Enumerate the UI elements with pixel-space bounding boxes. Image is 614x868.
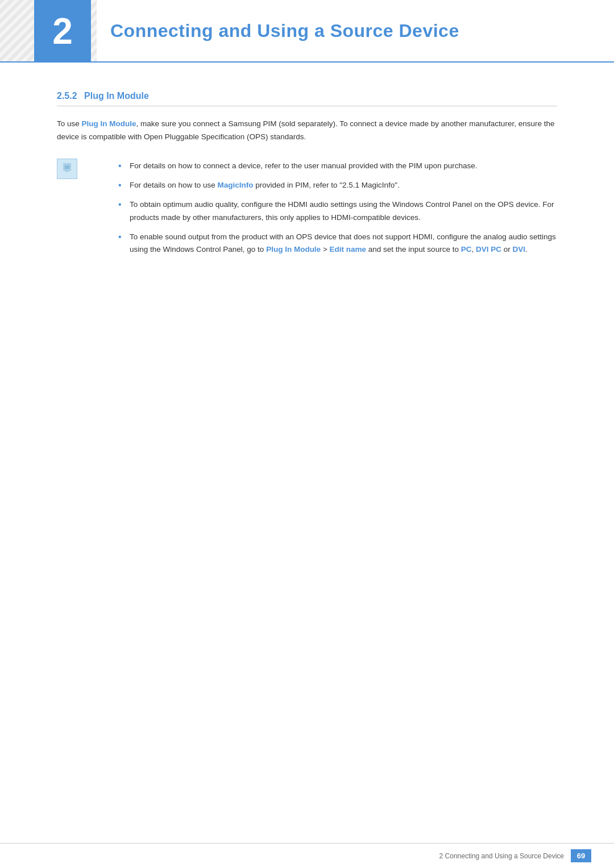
intro-text-before: To use (57, 119, 82, 128)
bullet-4-bold-5: DVI (512, 245, 525, 254)
bullet-4-period: . (525, 245, 528, 254)
intro-bold-term: Plug In Module (82, 119, 136, 128)
bullet-4-text-middle: and set the input source to (366, 245, 461, 254)
bullet-4-bold-4: DVI PC (476, 245, 501, 254)
chapter-number: 2 (52, 13, 73, 49)
chapter-badge: 2 (34, 0, 91, 63)
bullet-4-or: or (501, 245, 513, 254)
page-title: Connecting and Using a Source Device (110, 20, 459, 41)
bullet-4-bold-1: Plug In Module (266, 245, 321, 254)
footer-text: 2 Connecting and Using a Source Device (439, 852, 564, 860)
section-title: Plug In Module (84, 91, 149, 101)
bullet-2-text-after: provided in PIM, refer to "2.5.1 MagicIn… (254, 181, 400, 189)
pencil-icon (62, 163, 72, 175)
list-item: For details on how to connect a device, … (118, 160, 557, 172)
list-item: To obtain optimum audio quality, configu… (118, 198, 557, 224)
page-footer: 2 Connecting and Using a Source Device 6… (0, 843, 614, 868)
pencil-line-1 (65, 166, 69, 167)
bullet-4-bold-2: Edit name (330, 245, 367, 254)
bullet-2-bold: MagicInfo (218, 181, 254, 189)
page-header: 2 Connecting and Using a Source Device (0, 0, 614, 63)
pencil-line-2 (65, 168, 69, 168)
bullet-list: For details on how to connect a device, … (84, 160, 557, 263)
note-container: For details on how to connect a device, … (57, 157, 557, 263)
intro-paragraph: To use Plug In Module, make sure you con… (57, 118, 557, 144)
main-content: 2.5.2 Plug In Module To use Plug In Modu… (0, 63, 614, 301)
section-number: 2.5.2 (57, 91, 77, 101)
section-heading: 2.5.2 Plug In Module (57, 91, 557, 106)
page-number-badge: 69 (571, 849, 591, 862)
bullet-4-comma-1: , (471, 245, 476, 254)
bullet-4-arrow: > (321, 245, 329, 254)
list-item: To enable sound output from the product … (118, 231, 557, 256)
bullet-3-text: To obtain optimum audio quality, configu… (130, 200, 554, 221)
bullet-2-text-before: For details on how to use (130, 181, 218, 189)
note-icon (57, 159, 77, 179)
list-item: For details on how to use MagicInfo prov… (118, 179, 557, 192)
page-number: 69 (577, 852, 585, 860)
bullet-4-bold-3: PC (461, 245, 472, 254)
bullet-1-text: For details on how to connect a device, … (130, 161, 478, 170)
